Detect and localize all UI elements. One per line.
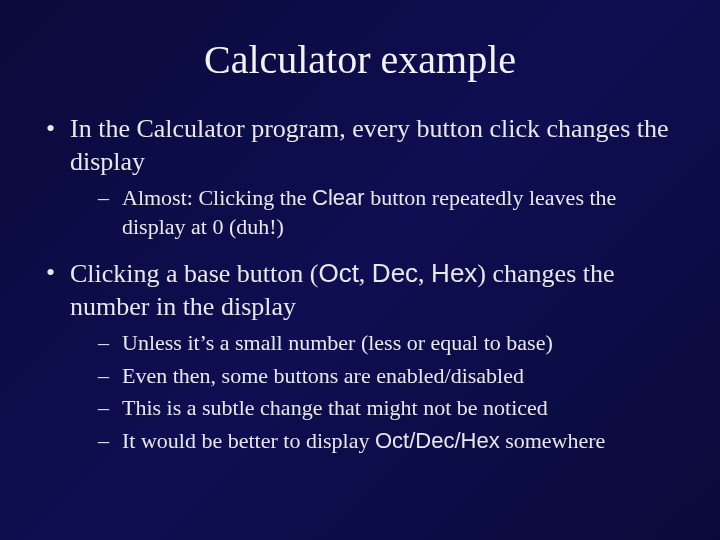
bullet-2-sub-3: This is a subtle change that might not b… [70,394,680,423]
code-oct: Oct [318,258,358,288]
code-oct-dec-hex: Oct/Dec/Hex [375,428,500,453]
slide-title: Calculator example [40,36,680,83]
code-clear: Clear [312,185,365,210]
bullet-list: In the Calculator program, every button … [40,113,680,456]
bullet-2-sub-2: Even then, some buttons are enabled/disa… [70,362,680,391]
bullet-2: Clicking a base button (Oct, Dec, Hex) c… [40,257,680,455]
code-dec: Dec [372,258,418,288]
bullet-1-text: In the Calculator program, every button … [70,114,669,176]
code-hex: Hex [431,258,477,288]
slide: Calculator example In the Calculator pro… [0,0,720,456]
bullet-2-sub-1: Unless it’s a small number (less or equa… [70,329,680,358]
bullet-2-sublist: Unless it’s a small number (less or equa… [70,329,680,455]
bullet-2-sub-4: It would be better to display Oct/Dec/He… [70,427,680,456]
bullet-1-sub-1: Almost: Clicking the Clear button repeat… [70,184,680,241]
bullet-1-sublist: Almost: Clicking the Clear button repeat… [70,184,680,241]
bullet-1: In the Calculator program, every button … [40,113,680,241]
